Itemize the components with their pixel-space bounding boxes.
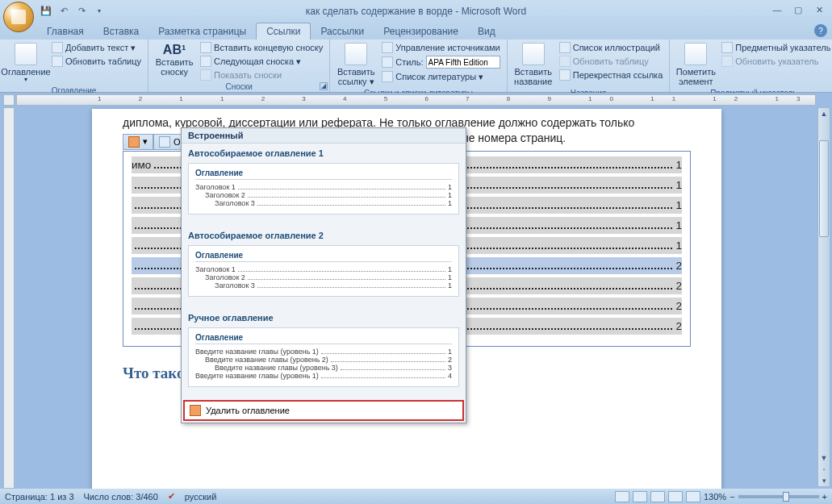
ruler-corner[interactable]: [3, 94, 15, 106]
help-icon[interactable]: ?: [814, 24, 827, 37]
vertical-ruler[interactable]: [3, 107, 15, 489]
mark-entry-label: Пометить элемент: [676, 67, 716, 86]
horizontal-ruler[interactable]: 1 2 1 1 2 3 4 5 6 7 8 9 10 11 12 13 14 1…: [16, 94, 816, 106]
group-captions: Вставить название Список иллюстраций Обн…: [508, 40, 671, 92]
minimize-button[interactable]: —: [769, 3, 785, 16]
toc-update-icon: [159, 136, 170, 148]
toc-menu-tab[interactable]: ▾: [123, 134, 153, 150]
manage-sources-button[interactable]: Управление источниками: [380, 41, 501, 54]
save-icon[interactable]: 💾: [39, 4, 53, 19]
tab-view[interactable]: Вид: [468, 23, 505, 40]
mark-entry-icon: [684, 43, 707, 65]
bibliography-button[interactable]: Список литературы ▾: [380, 70, 501, 83]
zoom-level[interactable]: 130%: [704, 492, 726, 502]
status-proofing-icon[interactable]: ✔: [168, 491, 175, 502]
ribbon: Оглавление ▾ Добавить текст ▾ Обновить т…: [0, 40, 832, 93]
update-figures-button[interactable]: Обновить таблицу: [558, 55, 665, 68]
office-button[interactable]: [3, 2, 34, 32]
add-text-button[interactable]: Добавить текст ▾: [50, 41, 143, 54]
close-button[interactable]: ✕: [811, 3, 827, 16]
group-footnotes: AB¹ Вставить сноску Вставить концевую сн…: [148, 40, 330, 92]
next-page-icon[interactable]: ▾: [818, 475, 830, 486]
group-footnotes-label: Сноски: [153, 81, 324, 92]
view-print-layout-button[interactable]: [615, 491, 629, 502]
scroll-thumb[interactable]: [819, 140, 829, 237]
toc-tab-icon: [128, 136, 140, 148]
remove-toc-label: Удалить оглавление: [206, 406, 290, 415]
insert-citation-label: Вставить ссылку ▾: [337, 67, 375, 86]
status-word-count[interactable]: Число слов: 3/460: [84, 492, 158, 502]
table-of-figures-button[interactable]: Список иллюстраций: [558, 41, 665, 54]
next-footnote-button[interactable]: Следующая сноска ▾: [199, 55, 324, 68]
style-icon: [382, 56, 393, 68]
insert-endnote-button[interactable]: Вставить концевую сноску: [199, 41, 324, 54]
view-full-screen-button[interactable]: [633, 491, 647, 502]
update-index-icon: [721, 56, 733, 67]
tab-mailings[interactable]: Рассылки: [311, 23, 374, 40]
update-table-button[interactable]: Обновить таблицу: [50, 55, 143, 68]
tab-page-layout[interactable]: Разметка страницы: [148, 23, 256, 40]
remove-toc-icon: [190, 405, 201, 416]
bibliography-icon: [382, 71, 393, 82]
insert-footnote-button[interactable]: AB¹ Вставить сноску: [153, 41, 195, 78]
title-bar: 💾 ↶ ↷ ▾ как сделать содержание в ворде -…: [0, 0, 832, 22]
maximize-button[interactable]: ▢: [790, 3, 806, 16]
update-figures-icon: [559, 56, 571, 67]
insert-caption-button[interactable]: Вставить название: [512, 41, 554, 88]
insert-footnote-label: Вставить сноску: [155, 57, 194, 77]
group-index: Пометить элемент Предметный указатель Об…: [670, 40, 832, 92]
insert-citation-button[interactable]: Вставить ссылку ▾: [335, 41, 377, 88]
view-outline-button[interactable]: [668, 491, 683, 502]
insert-index-button[interactable]: Предметный указатель: [720, 41, 832, 54]
gallery-preview: Оглавление Заголовок 11 Заголовок 21 Заг…: [188, 163, 459, 215]
view-web-layout-button[interactable]: [650, 491, 665, 502]
caption-icon: [522, 43, 545, 65]
qat-customize-icon[interactable]: ▾: [92, 4, 107, 19]
zoom-slider[interactable]: [738, 495, 819, 498]
insert-caption-label: Вставить название: [514, 67, 553, 86]
toc-button[interactable]: Оглавление ▾: [5, 41, 47, 85]
scroll-up-icon[interactable]: ▲: [818, 108, 830, 119]
group-citations: Вставить ссылку ▾ Управление источниками…: [330, 40, 507, 92]
status-page[interactable]: Страница: 1 из 3: [5, 492, 74, 502]
gallery-item-auto2[interactable]: Автособираемое оглавление 2 Оглавление З…: [182, 226, 466, 308]
add-text-icon: [52, 42, 63, 53]
status-language[interactable]: русский: [185, 492, 216, 502]
gallery-remove-toc[interactable]: Удалить оглавление: [183, 400, 464, 421]
tab-insert[interactable]: Вставка: [94, 23, 149, 40]
mark-entry-button[interactable]: Пометить элемент: [675, 41, 717, 88]
zoom-out-button[interactable]: −: [730, 492, 734, 502]
gallery-item-auto1[interactable]: Автособираемое оглавление 1 Оглавление З…: [182, 144, 466, 226]
update-index-button[interactable]: Обновить указатель: [720, 55, 832, 68]
cross-reference-button[interactable]: Перекрестная ссылка: [558, 69, 665, 81]
gallery-item-manual[interactable]: Ручное оглавление Оглавление Введите наз…: [182, 308, 466, 398]
ribbon-tabs: Главная Вставка Разметка страницы Ссылки…: [0, 22, 832, 40]
style-dropdown[interactable]: [426, 56, 500, 69]
footnotes-dialog-launcher[interactable]: ◢: [320, 82, 328, 90]
zoom-slider-thumb[interactable]: [783, 492, 789, 502]
tab-home[interactable]: Главная: [37, 23, 94, 40]
view-draft-button[interactable]: [686, 491, 700, 502]
prev-page-icon[interactable]: ◦: [818, 464, 830, 475]
next-footnote-icon: [200, 56, 211, 67]
scroll-down-icon[interactable]: ▼: [818, 452, 830, 464]
undo-icon[interactable]: ↶: [56, 4, 71, 19]
zoom-in-button[interactable]: +: [822, 492, 827, 502]
redo-icon[interactable]: ↷: [74, 4, 89, 19]
crossref-icon: [559, 69, 571, 81]
figures-icon: [559, 42, 571, 53]
citation-icon: [345, 43, 367, 65]
show-notes-icon: [200, 69, 211, 81]
endnote-icon: [200, 42, 211, 53]
window-title: как сделать содержание в ворде - Microso…: [306, 6, 526, 17]
index-icon: [721, 42, 733, 53]
update-icon: [52, 56, 63, 67]
show-notes-button[interactable]: Показать сноски: [199, 69, 324, 81]
tab-review[interactable]: Рецензирование: [374, 23, 468, 40]
tab-references[interactable]: Ссылки: [256, 23, 311, 40]
gallery-header: Встроенный: [182, 128, 466, 144]
vertical-scrollbar[interactable]: ▲ ▼ ◦ ▾: [817, 107, 830, 487]
citation-style-select[interactable]: Стиль:: [380, 55, 501, 69]
status-bar: Страница: 1 из 3 Число слов: 3/460 ✔ рус…: [0, 489, 832, 504]
group-toc: Оглавление ▾ Добавить текст ▾ Обновить т…: [0, 40, 148, 92]
